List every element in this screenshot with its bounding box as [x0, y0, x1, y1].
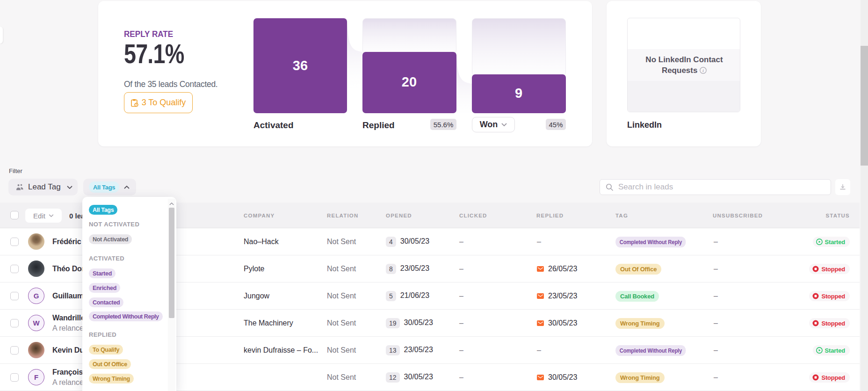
svg-text:20: 20 [402, 74, 417, 89]
svg-text:9: 9 [515, 86, 522, 101]
svg-text:36: 36 [293, 58, 308, 73]
svg-text:i: i [702, 68, 704, 73]
